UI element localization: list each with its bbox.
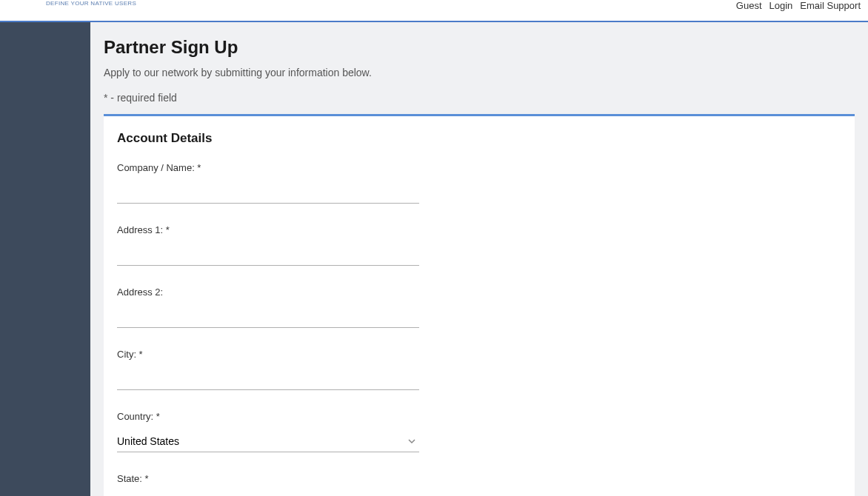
country-field: Country: * United States [117,411,419,452]
address1-label: Address 1: * [117,224,419,235]
page-title: Partner Sign Up [104,37,855,58]
header-links: Guest Login Email Support [736,0,861,11]
sidebar [0,22,90,496]
address1-field: Address 1: * [117,224,419,266]
content-area: Partner Sign Up Apply to our network by … [90,22,868,496]
logo-tagline: DEFINE YOUR NATIVE USERS [46,0,136,7]
country-label: Country: * [117,411,419,422]
city-label: City: * [117,349,419,360]
top-header: DEFINE YOUR NATIVE USERS Guest Login Ema… [0,0,868,22]
country-select[interactable]: United States [117,431,419,452]
state-label: State: * [117,473,419,484]
section-title: Account Details [117,131,841,146]
company-name-label: Company / Name: * [117,162,419,173]
main-container: Partner Sign Up Apply to our network by … [0,22,868,496]
address2-input[interactable] [117,306,419,328]
country-select-wrapper: United States [117,431,419,452]
state-select[interactable]: Alabama [117,493,419,496]
required-note: * - required field [104,92,855,104]
form-card: Account Details Company / Name: * Addres… [104,114,855,496]
login-link[interactable]: Login [769,0,793,11]
page-subtitle: Apply to our network by submitting your … [104,67,855,78]
address2-label: Address 2: [117,286,419,298]
city-input[interactable] [117,369,419,390]
logo: DEFINE YOUR NATIVE USERS [7,0,136,7]
address1-input[interactable] [117,244,419,266]
state-select-wrapper: Alabama [117,493,419,496]
guest-link[interactable]: Guest [736,0,762,11]
company-name-input[interactable] [117,182,419,204]
state-field: State: * Alabama [117,473,419,496]
company-name-field: Company / Name: * [117,162,419,204]
city-field: City: * [117,349,419,390]
email-support-link[interactable]: Email Support [800,0,861,11]
address2-field: Address 2: [117,286,419,328]
